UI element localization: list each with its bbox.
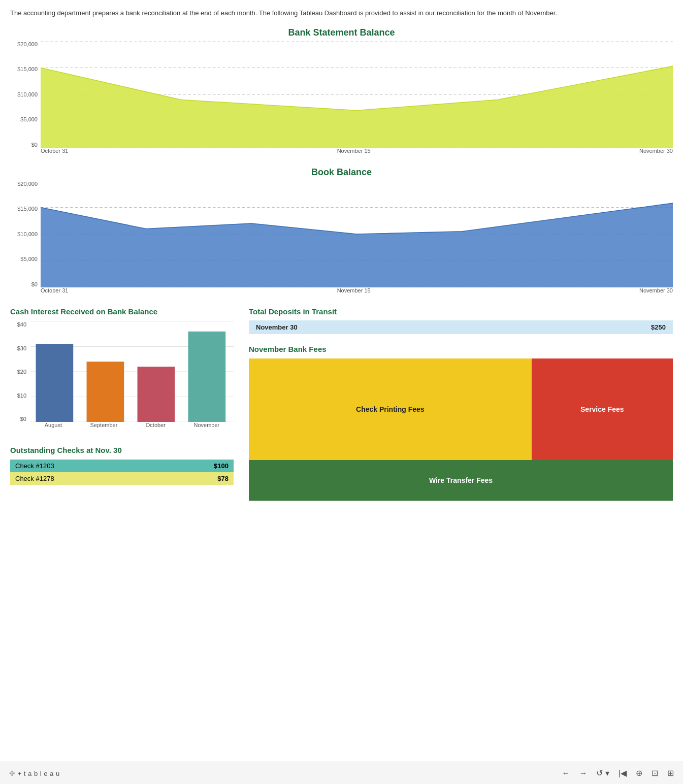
nav-back-button[interactable]: ← bbox=[562, 769, 570, 778]
cash-interest-bars bbox=[30, 321, 234, 422]
book-balance-chart: $20,000 $15,000 $10,000 $5,000 $0 bbox=[10, 181, 673, 298]
svg-rect-17 bbox=[36, 344, 74, 422]
bank-statement-chart: $20,000 $15,000 $10,000 $5,000 $0 bbox=[10, 41, 673, 158]
nav-share-button[interactable]: ⊕ bbox=[636, 768, 642, 778]
bottom-row: Cash Interest Received on Bank Balance $… bbox=[10, 307, 673, 501]
bb-chart-inner bbox=[41, 181, 673, 287]
cash-interest-title: Cash Interest Received on Bank Balance bbox=[10, 307, 234, 317]
treemap-top-row: Check Printing Fees Service Fees bbox=[249, 358, 673, 460]
tableau-logo: ✤ + t a b l e a u bbox=[9, 769, 60, 777]
deposits-table: November 30 $250 bbox=[249, 320, 673, 334]
right-column: Total Deposits in Transit November 30 $2… bbox=[234, 307, 673, 501]
bank-statement-section: Bank Statement Balance $20,000 $15,000 $… bbox=[10, 27, 673, 158]
footer-toolbar: ✤ + t a b l e a u ← → ↺ ▾ |◀ ⊕ ⊡ ⊞ bbox=[0, 762, 683, 784]
bsb-y-axis: $20,000 $15,000 $10,000 $5,000 $0 bbox=[10, 41, 41, 148]
intro-text: The accounting department prepares a ban… bbox=[10, 8, 673, 18]
outstanding-checks-title: Outstanding Checks at Nov. 30 bbox=[10, 445, 234, 455]
book-balance-title: Book Balance bbox=[10, 167, 673, 178]
wire-transfer-fees-cell: Wire Transfer Fees bbox=[249, 460, 673, 501]
cash-interest-chart: $40 $30 $20 $10 $0 bbox=[10, 321, 234, 433]
nav-first-button[interactable]: |◀ bbox=[619, 768, 627, 778]
svg-rect-20 bbox=[188, 332, 226, 422]
footer-navigation: ← → ↺ ▾ |◀ ⊕ ⊡ ⊞ bbox=[562, 768, 674, 778]
nav-refresh-button[interactable]: ↺ ▾ bbox=[596, 768, 609, 778]
bsb-x-axis: October 31 November 15 November 30 bbox=[41, 148, 673, 158]
cash-interest-x-axis: August September October November bbox=[30, 422, 234, 433]
svg-marker-5 bbox=[41, 66, 673, 148]
bsb-chart-inner bbox=[41, 41, 673, 148]
bb-y-axis: $20,000 $15,000 $10,000 $5,000 $0 bbox=[10, 181, 41, 287]
deposits-title: Total Deposits in Transit bbox=[249, 307, 673, 317]
svg-rect-19 bbox=[138, 367, 175, 422]
outstanding-checks-section: Outstanding Checks at Nov. 30 Check #120… bbox=[10, 445, 234, 485]
outstanding-checks-table: Check #1203 $100 Check #1278 $78 bbox=[10, 460, 234, 485]
svg-rect-18 bbox=[87, 362, 124, 422]
left-column: Cash Interest Received on Bank Balance $… bbox=[10, 307, 234, 501]
bank-fees-title: November Bank Fees bbox=[249, 344, 673, 354]
bank-statement-title: Bank Statement Balance bbox=[10, 27, 673, 38]
deposits-header-row: November 30 $250 bbox=[249, 320, 673, 334]
check-row-1203: Check #1203 $100 bbox=[10, 460, 234, 472]
nav-fullscreen-button[interactable]: ⊞ bbox=[667, 768, 674, 778]
check-printing-fees-cell: Check Printing Fees bbox=[249, 358, 532, 460]
book-balance-section: Book Balance $20,000 $15,000 $10,000 $5,… bbox=[10, 167, 673, 298]
nav-forward-button[interactable]: → bbox=[579, 769, 587, 778]
bank-fees-treemap: Check Printing Fees Service Fees Wire Tr… bbox=[249, 358, 673, 501]
check-row-1278: Check #1278 $78 bbox=[10, 472, 234, 485]
nav-view-button[interactable]: ⊡ bbox=[652, 768, 658, 778]
service-fees-cell: Service Fees bbox=[532, 358, 673, 460]
main-container: The accounting department prepares a ban… bbox=[0, 0, 683, 531]
bb-x-axis: October 31 November 15 November 30 bbox=[41, 287, 673, 298]
